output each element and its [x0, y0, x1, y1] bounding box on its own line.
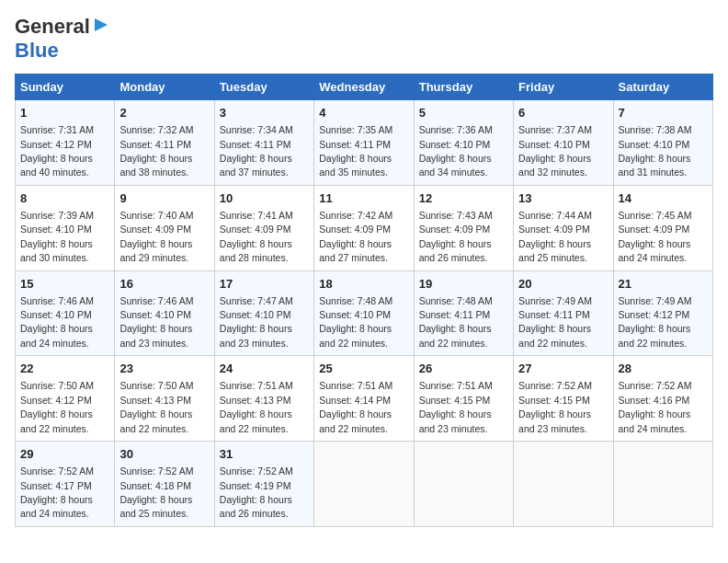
sunrise-text: Sunrise: 7:46 AMSunset: 4:10 PMDaylight:…	[20, 295, 94, 349]
calendar-cell: 2Sunrise: 7:32 AMSunset: 4:11 PMDaylight…	[115, 100, 214, 186]
col-header-saturday: Saturday	[613, 75, 712, 100]
sunrise-text: Sunrise: 7:43 AMSunset: 4:09 PMDaylight:…	[419, 210, 493, 263]
sunrise-text: Sunrise: 7:38 AMSunset: 4:10 PMDaylight:…	[619, 124, 692, 178]
calendar-cell: 3Sunrise: 7:34 AMSunset: 4:11 PMDaylight…	[214, 100, 313, 186]
calendar-cell: 13Sunrise: 7:44 AMSunset: 4:09 PMDayligh…	[514, 185, 613, 270]
sunrise-text: Sunrise: 7:31 AMSunset: 4:12 PMDaylight:…	[20, 124, 94, 178]
calendar-cell: 26Sunrise: 7:51 AMSunset: 4:15 PMDayligh…	[414, 356, 513, 442]
day-number: 18	[319, 276, 408, 293]
sunrise-text: Sunrise: 7:52 AMSunset: 4:15 PMDaylight:…	[518, 380, 592, 433]
sunrise-text: Sunrise: 7:46 AMSunset: 4:10 PMDaylight:…	[119, 295, 193, 349]
calendar-cell: 25Sunrise: 7:51 AMSunset: 4:14 PMDayligh…	[314, 356, 414, 442]
calendar-cell: 15Sunrise: 7:46 AMSunset: 4:10 PMDayligh…	[16, 270, 115, 356]
calendar-cell	[414, 442, 513, 527]
calendar-cell: 6Sunrise: 7:37 AMSunset: 4:10 PMDaylight…	[514, 100, 613, 186]
day-number: 30	[119, 446, 209, 463]
logo-blue: Blue	[15, 39, 59, 62]
page-header: General Blue	[15, 15, 713, 63]
sunrise-text: Sunrise: 7:42 AMSunset: 4:09 PMDaylight:…	[319, 210, 392, 263]
day-number: 21	[619, 276, 708, 293]
sunrise-text: Sunrise: 7:49 AMSunset: 4:11 PMDaylight:…	[518, 295, 592, 349]
calendar-cell: 11Sunrise: 7:42 AMSunset: 4:09 PMDayligh…	[314, 185, 414, 270]
calendar-cell: 4Sunrise: 7:35 AMSunset: 4:11 PMDaylight…	[314, 100, 414, 186]
calendar-cell: 22Sunrise: 7:50 AMSunset: 4:12 PMDayligh…	[16, 356, 115, 442]
calendar-cell: 31Sunrise: 7:52 AMSunset: 4:19 PMDayligh…	[214, 442, 313, 527]
day-number: 1	[20, 105, 109, 121]
calendar-cell: 19Sunrise: 7:48 AMSunset: 4:11 PMDayligh…	[414, 270, 513, 356]
day-number: 31	[220, 446, 309, 463]
day-number: 3	[220, 105, 309, 121]
sunrise-text: Sunrise: 7:35 AMSunset: 4:11 PMDaylight:…	[319, 124, 392, 178]
sunrise-text: Sunrise: 7:39 AMSunset: 4:10 PMDaylight:…	[20, 210, 94, 263]
calendar-cell: 30Sunrise: 7:52 AMSunset: 4:18 PMDayligh…	[115, 442, 214, 527]
calendar-cell: 17Sunrise: 7:47 AMSunset: 4:10 PMDayligh…	[214, 270, 313, 356]
day-number: 5	[419, 105, 508, 121]
calendar-cell: 14Sunrise: 7:45 AMSunset: 4:09 PMDayligh…	[613, 185, 712, 270]
svg-marker-0	[95, 18, 108, 31]
calendar-cell: 28Sunrise: 7:52 AMSunset: 4:16 PMDayligh…	[613, 356, 712, 442]
calendar-cell: 1Sunrise: 7:31 AMSunset: 4:12 PMDaylight…	[16, 100, 115, 186]
day-number: 4	[319, 105, 408, 121]
col-header-tuesday: Tuesday	[214, 75, 313, 100]
sunrise-text: Sunrise: 7:37 AMSunset: 4:10 PMDaylight:…	[518, 124, 592, 178]
day-number: 27	[518, 361, 608, 377]
calendar-cell: 8Sunrise: 7:39 AMSunset: 4:10 PMDaylight…	[16, 185, 115, 270]
calendar-cell	[613, 442, 712, 527]
sunrise-text: Sunrise: 7:52 AMSunset: 4:16 PMDaylight:…	[619, 380, 692, 433]
logo-general: General	[15, 15, 90, 39]
sunrise-text: Sunrise: 7:52 AMSunset: 4:19 PMDaylight:…	[220, 465, 293, 519]
calendar-cell: 7Sunrise: 7:38 AMSunset: 4:10 PMDaylight…	[613, 100, 712, 186]
day-number: 22	[20, 361, 109, 377]
sunrise-text: Sunrise: 7:45 AMSunset: 4:09 PMDaylight:…	[619, 210, 692, 263]
sunrise-text: Sunrise: 7:34 AMSunset: 4:11 PMDaylight:…	[220, 124, 293, 178]
sunrise-text: Sunrise: 7:51 AMSunset: 4:15 PMDaylight:…	[419, 380, 493, 433]
day-number: 19	[419, 276, 508, 293]
sunrise-text: Sunrise: 7:44 AMSunset: 4:09 PMDaylight:…	[518, 210, 592, 263]
day-number: 11	[319, 190, 408, 207]
col-header-sunday: Sunday	[16, 75, 115, 100]
calendar-table: SundayMondayTuesdayWednesdayThursdayFrid…	[15, 74, 713, 527]
calendar-cell: 16Sunrise: 7:46 AMSunset: 4:10 PMDayligh…	[115, 270, 214, 356]
sunrise-text: Sunrise: 7:49 AMSunset: 4:12 PMDaylight:…	[619, 295, 692, 349]
sunrise-text: Sunrise: 7:48 AMSunset: 4:10 PMDaylight:…	[319, 295, 392, 349]
sunrise-text: Sunrise: 7:32 AMSunset: 4:11 PMDaylight:…	[119, 124, 193, 178]
day-number: 20	[518, 276, 608, 293]
calendar-cell: 12Sunrise: 7:43 AMSunset: 4:09 PMDayligh…	[414, 185, 513, 270]
calendar-cell: 18Sunrise: 7:48 AMSunset: 4:10 PMDayligh…	[314, 270, 414, 356]
day-number: 14	[619, 190, 708, 207]
sunrise-text: Sunrise: 7:51 AMSunset: 4:14 PMDaylight:…	[319, 380, 392, 433]
day-number: 28	[619, 361, 708, 377]
day-number: 29	[20, 446, 109, 463]
sunrise-text: Sunrise: 7:52 AMSunset: 4:17 PMDaylight:…	[20, 465, 94, 519]
calendar-cell: 27Sunrise: 7:52 AMSunset: 4:15 PMDayligh…	[514, 356, 613, 442]
day-number: 17	[220, 276, 309, 293]
logo: General Blue	[15, 15, 109, 63]
calendar-cell: 5Sunrise: 7:36 AMSunset: 4:10 PMDaylight…	[414, 100, 513, 186]
logo-arrow-icon	[93, 17, 109, 37]
sunrise-text: Sunrise: 7:36 AMSunset: 4:10 PMDaylight:…	[419, 124, 493, 178]
calendar-cell: 10Sunrise: 7:41 AMSunset: 4:09 PMDayligh…	[214, 185, 313, 270]
day-number: 2	[119, 105, 209, 121]
sunrise-text: Sunrise: 7:41 AMSunset: 4:09 PMDaylight:…	[220, 210, 293, 263]
day-number: 23	[119, 361, 209, 377]
day-number: 15	[20, 276, 109, 293]
day-number: 6	[518, 105, 608, 121]
day-number: 13	[518, 190, 608, 207]
day-number: 8	[20, 190, 109, 207]
day-number: 25	[319, 361, 408, 377]
col-header-wednesday: Wednesday	[314, 75, 414, 100]
sunrise-text: Sunrise: 7:48 AMSunset: 4:11 PMDaylight:…	[419, 295, 493, 349]
sunrise-text: Sunrise: 7:50 AMSunset: 4:12 PMDaylight:…	[20, 380, 94, 433]
calendar-cell: 20Sunrise: 7:49 AMSunset: 4:11 PMDayligh…	[514, 270, 613, 356]
calendar-cell: 29Sunrise: 7:52 AMSunset: 4:17 PMDayligh…	[16, 442, 115, 527]
day-number: 16	[119, 276, 209, 293]
calendar-cell: 21Sunrise: 7:49 AMSunset: 4:12 PMDayligh…	[613, 270, 712, 356]
day-number: 9	[119, 190, 209, 207]
sunrise-text: Sunrise: 7:47 AMSunset: 4:10 PMDaylight:…	[220, 295, 293, 349]
calendar-cell: 9Sunrise: 7:40 AMSunset: 4:09 PMDaylight…	[115, 185, 214, 270]
col-header-thursday: Thursday	[414, 75, 513, 100]
calendar-cell	[514, 442, 613, 527]
day-number: 12	[419, 190, 508, 207]
day-number: 24	[220, 361, 309, 377]
day-number: 7	[619, 105, 708, 121]
